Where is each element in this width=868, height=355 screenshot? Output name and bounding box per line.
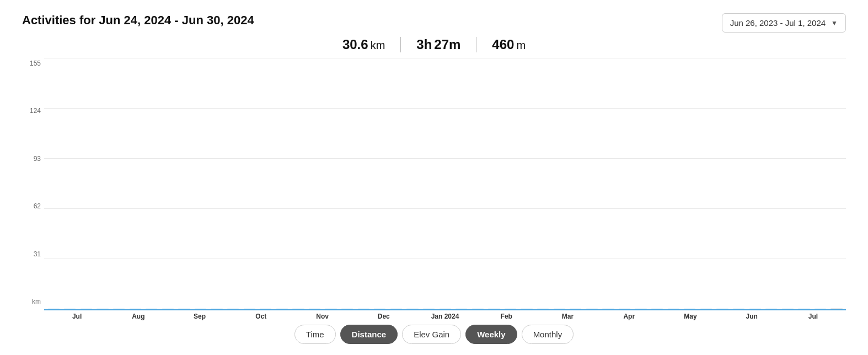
bar-group-37[interactable]	[650, 309, 665, 309]
bar-28	[505, 309, 516, 309]
bar-16	[309, 309, 320, 309]
bar-group-38[interactable]	[666, 309, 681, 309]
y-label-31: 31	[22, 251, 44, 257]
bar-0	[48, 309, 60, 309]
elevation-unit: m	[516, 39, 526, 52]
elev-gain-button[interactable]: Elev Gain	[402, 325, 461, 344]
y-label-km: km	[22, 298, 44, 305]
bar-11	[227, 309, 239, 309]
bar-41	[716, 309, 728, 309]
bar-group-14[interactable]	[275, 309, 290, 309]
bar-group-47[interactable]	[813, 309, 828, 309]
bar-group-19[interactable]	[356, 309, 371, 309]
weekly-button[interactable]: Weekly	[465, 325, 517, 344]
bar-33	[586, 309, 598, 309]
bar-group-27[interactable]	[487, 309, 502, 309]
time-value-minutes: 27m	[434, 37, 460, 52]
bar-group-28[interactable]	[503, 309, 518, 309]
bar-group-5[interactable]	[128, 309, 143, 309]
bar-group-45[interactable]	[780, 309, 795, 309]
chart-inner: km 31 62 93 124 155	[22, 58, 846, 320]
bar-group-41[interactable]	[715, 309, 730, 309]
bar-group-17[interactable]	[324, 309, 339, 309]
bar-6	[146, 309, 157, 309]
bar-group-24[interactable]	[438, 309, 453, 309]
bar-group-31[interactable]	[552, 309, 567, 309]
bar-group-25[interactable]	[454, 309, 469, 309]
bar-group-7[interactable]	[160, 309, 175, 309]
bar-group-18[interactable]	[340, 309, 355, 309]
bar-group-48[interactable]	[829, 309, 844, 309]
bar-group-43[interactable]	[748, 309, 763, 309]
y-label-124: 124	[22, 107, 44, 114]
bar-18	[341, 309, 353, 309]
chevron-down-icon: ▼	[831, 19, 838, 27]
bar-group-6[interactable]	[144, 309, 159, 309]
bar-group-9[interactable]	[193, 309, 208, 309]
y-axis: km 31 62 93 124 155	[22, 58, 44, 320]
bar-group-4[interactable]	[111, 309, 126, 309]
page-title: Activities for Jun 24, 2024 - Jun 30, 20…	[22, 13, 254, 28]
bar-group-44[interactable]	[764, 309, 779, 309]
bar-15	[292, 309, 304, 309]
bar-10	[211, 309, 222, 309]
bar-30	[537, 309, 549, 309]
time-value-hours: 3h	[416, 37, 432, 52]
bar-group-34[interactable]	[601, 309, 616, 309]
bar-group-46[interactable]	[797, 309, 812, 309]
bar-43	[749, 309, 761, 309]
bar-group-13[interactable]	[259, 309, 274, 309]
bar-group-12[interactable]	[242, 309, 257, 309]
bar-group-10[interactable]	[210, 309, 224, 309]
bar-group-36[interactable]	[634, 309, 649, 309]
bar-40	[700, 309, 712, 309]
bar-group-8[interactable]	[177, 309, 192, 309]
x-label-8: Mar	[537, 313, 598, 320]
bar-1	[64, 309, 76, 309]
y-label-93: 93	[22, 155, 44, 162]
bar-group-42[interactable]	[731, 309, 746, 309]
bar-group-0[interactable]	[46, 309, 61, 309]
bar-group-20[interactable]	[373, 309, 388, 309]
bar-group-33[interactable]	[585, 309, 599, 309]
bar-13	[260, 309, 271, 309]
bar-44	[765, 309, 777, 309]
bar-group-16[interactable]	[307, 309, 322, 309]
bar-group-40[interactable]	[699, 309, 714, 309]
bar-group-23[interactable]	[421, 309, 436, 309]
bar-22	[406, 309, 418, 309]
bar-37	[651, 309, 663, 309]
bar-group-11[interactable]	[226, 309, 240, 309]
time-button[interactable]: Time	[294, 325, 336, 344]
main-container: Activities for Jun 24, 2024 - Jun 30, 20…	[0, 0, 868, 355]
bar-group-30[interactable]	[535, 309, 550, 309]
date-range-dropdown[interactable]: Jun 26, 2023 - Jul 1, 2024 ▼	[722, 13, 846, 33]
bar-20	[374, 309, 385, 309]
distance-value: 30.6	[342, 37, 368, 52]
x-labels: JulAugSepOctNovDecJan 2024FebMarAprMayJu…	[44, 313, 846, 320]
bar-group-1[interactable]	[63, 309, 78, 309]
bars-container	[44, 58, 846, 310]
x-label-3: Oct	[231, 313, 292, 320]
x-label-1: Aug	[108, 313, 169, 320]
bar-group-29[interactable]	[519, 309, 534, 309]
x-axis: JulAugSepOctNovDecJan 2024FebMarAprMayJu…	[44, 313, 846, 320]
bar-group-22[interactable]	[405, 309, 420, 309]
bars-inner	[44, 58, 846, 309]
bar-group-32[interactable]	[569, 309, 583, 309]
bar-32	[570, 309, 581, 309]
elevation-value: 460	[492, 37, 514, 52]
bar-group-2[interactable]	[79, 309, 94, 309]
y-label-62: 62	[22, 203, 44, 209]
bar-27	[488, 309, 500, 309]
bar-group-35[interactable]	[617, 309, 632, 309]
bar-36	[635, 309, 646, 309]
bar-4	[113, 309, 125, 309]
bar-group-39[interactable]	[683, 309, 698, 309]
monthly-button[interactable]: Monthly	[522, 325, 574, 344]
bar-group-15[interactable]	[291, 309, 306, 309]
distance-button[interactable]: Distance	[340, 325, 398, 344]
bar-group-21[interactable]	[389, 309, 404, 309]
bar-group-26[interactable]	[470, 309, 485, 309]
bar-group-3[interactable]	[95, 309, 110, 309]
